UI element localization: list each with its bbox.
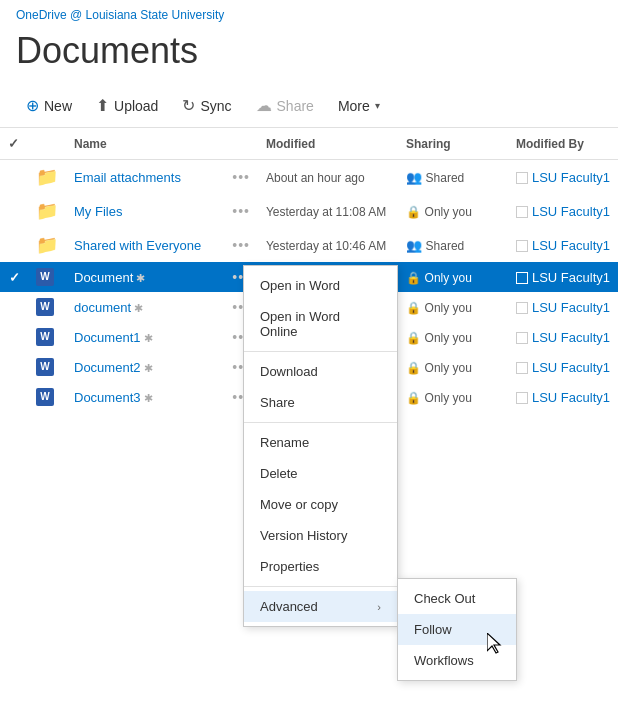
context-menu-item-download[interactable]: Download <box>244 356 397 387</box>
share-icon: ☁ <box>256 96 272 115</box>
row-checkbox[interactable] <box>0 292 28 322</box>
table-row[interactable]: 📁My Files•••Yesterday at 11:08 AM🔒 Only … <box>0 194 618 228</box>
context-menu-item-move-or-copy[interactable]: Move or copy <box>244 489 397 520</box>
submenu-arrow-icon: › <box>377 601 381 613</box>
submenu-item-label: Workflows <box>414 653 474 668</box>
context-menu-item-version-history[interactable]: Version History <box>244 520 397 551</box>
share-label: Share <box>277 98 314 114</box>
file-modified-by[interactable]: LSU Faculty1 <box>508 228 618 262</box>
more-button[interactable]: More ▾ <box>328 92 390 120</box>
file-type-icon: 📁 <box>28 160 66 195</box>
sync-button[interactable]: ↻ Sync <box>172 90 241 121</box>
header-name[interactable]: Name <box>66 128 224 160</box>
file-type-icon: W <box>28 352 66 382</box>
file-sharing: 🔒 Only you <box>398 292 508 322</box>
file-name[interactable]: Document3 ✱ <box>66 382 224 412</box>
new-button[interactable]: ⊕ New <box>16 90 82 121</box>
file-sharing: 🔒 Only you <box>398 352 508 382</box>
file-name[interactable]: Email attachments <box>66 160 224 195</box>
context-menu-item-delete[interactable]: Delete <box>244 458 397 489</box>
header-icon-col <box>28 128 66 160</box>
file-sharing: 🔒 Only you <box>398 262 508 292</box>
header-check-col: ✓ <box>0 128 28 160</box>
table-row[interactable]: 📁Shared with Everyone•••Yesterday at 10:… <box>0 228 618 262</box>
context-menu-item-label: Open in Word <box>260 278 340 293</box>
context-menu-item-label: Open in Word Online <box>260 309 381 339</box>
context-menu-item-properties[interactable]: Properties <box>244 551 397 582</box>
header-sharing[interactable]: Sharing <box>398 128 508 160</box>
row-options-dots[interactable]: ••• <box>224 194 258 228</box>
file-modified-by[interactable]: LSU Faculty1 <box>508 382 618 412</box>
toolbar: ⊕ New ⬆ Upload ↻ Sync ☁ Share More ▾ <box>0 84 618 128</box>
context-menu-item-label: Properties <box>260 559 319 574</box>
row-checkbox[interactable] <box>0 352 28 382</box>
file-modified-by[interactable]: LSU Faculty1 <box>508 262 618 292</box>
context-menu-item-label: Delete <box>260 466 298 481</box>
sync-label: Sync <box>200 98 231 114</box>
file-sharing: 🔒 Only you <box>398 382 508 412</box>
page-title: Documents <box>0 26 618 84</box>
submenu: Check OutFollowWorkflows <box>397 578 517 681</box>
file-modified-by[interactable]: LSU Faculty1 <box>508 352 618 382</box>
breadcrumb: OneDrive @ Louisiana State University <box>0 0 618 26</box>
file-type-icon: W <box>28 382 66 412</box>
row-checkbox[interactable]: ✓ <box>0 262 28 292</box>
file-modified-by[interactable]: LSU Faculty1 <box>508 160 618 195</box>
row-checkbox[interactable] <box>0 382 28 412</box>
file-modified-by[interactable]: LSU Faculty1 <box>508 194 618 228</box>
table-row[interactable]: 📁Email attachments•••About an hour ago👥 … <box>0 160 618 195</box>
submenu-item-workflows[interactable]: Workflows <box>398 645 516 676</box>
submenu-item-label: Check Out <box>414 591 475 606</box>
file-sharing: 👥 Shared <box>398 160 508 195</box>
submenu-item-follow[interactable]: Follow <box>398 614 516 645</box>
row-checkbox[interactable] <box>0 160 28 195</box>
row-checkbox[interactable] <box>0 322 28 352</box>
file-name[interactable]: document ✱ <box>66 292 224 322</box>
file-modified: Yesterday at 10:46 AM <box>258 228 398 262</box>
file-modified-by[interactable]: LSU Faculty1 <box>508 292 618 322</box>
file-name[interactable]: Document ✱ <box>66 262 224 292</box>
more-chevron-icon: ▾ <box>375 100 380 111</box>
file-type-icon: W <box>28 292 66 322</box>
context-menu-item-label: Move or copy <box>260 497 338 512</box>
select-all-checkbox[interactable]: ✓ <box>8 136 19 151</box>
context-menu-item-share[interactable]: Share <box>244 387 397 418</box>
submenu-item-check-out[interactable]: Check Out <box>398 583 516 614</box>
file-name[interactable]: My Files <box>66 194 224 228</box>
file-sharing: 🔒 Only you <box>398 194 508 228</box>
file-type-icon: W <box>28 262 66 292</box>
new-label: New <box>44 98 72 114</box>
header-dots <box>224 128 258 160</box>
context-menu-item-advanced[interactable]: Advanced› <box>244 591 397 622</box>
context-menu-item-label: Rename <box>260 435 309 450</box>
context-menu-divider <box>244 351 397 352</box>
file-name[interactable]: Document1 ✱ <box>66 322 224 352</box>
row-options-dots[interactable]: ••• <box>224 160 258 195</box>
new-icon: ⊕ <box>26 96 39 115</box>
context-menu-divider <box>244 586 397 587</box>
upload-button[interactable]: ⬆ Upload <box>86 90 168 121</box>
file-sharing: 👥 Shared <box>398 228 508 262</box>
file-modified: Yesterday at 11:08 AM <box>258 194 398 228</box>
upload-label: Upload <box>114 98 158 114</box>
file-modified-by[interactable]: LSU Faculty1 <box>508 322 618 352</box>
share-button[interactable]: ☁ Share <box>246 90 324 121</box>
context-menu-item-label: Download <box>260 364 318 379</box>
file-type-icon: 📁 <box>28 194 66 228</box>
context-menu-item-rename[interactable]: Rename <box>244 427 397 458</box>
context-menu: Open in WordOpen in Word OnlineDownloadS… <box>243 265 398 627</box>
header-modified[interactable]: Modified <box>258 128 398 160</box>
file-modified: About an hour ago <box>258 160 398 195</box>
row-checkbox[interactable] <box>0 228 28 262</box>
file-name[interactable]: Document2 ✱ <box>66 352 224 382</box>
context-menu-item-open-in-word[interactable]: Open in Word <box>244 270 397 301</box>
header-modified-by[interactable]: Modified By <box>508 128 618 160</box>
row-checkbox[interactable] <box>0 194 28 228</box>
context-menu-item-label: Share <box>260 395 295 410</box>
context-menu-divider <box>244 422 397 423</box>
context-menu-item-label: Advanced <box>260 599 318 614</box>
file-name[interactable]: Shared with Everyone <box>66 228 224 262</box>
context-menu-item-open-in-word-online[interactable]: Open in Word Online <box>244 301 397 347</box>
row-options-dots[interactable]: ••• <box>224 228 258 262</box>
file-type-icon: 📁 <box>28 228 66 262</box>
